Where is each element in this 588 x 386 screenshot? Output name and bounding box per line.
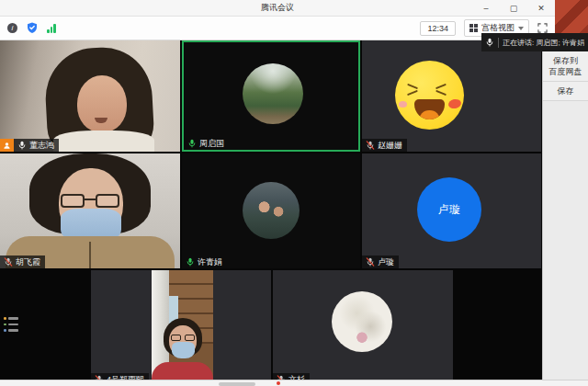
window-controls: – ▢ ✕	[480, 0, 548, 17]
host-badge-icon	[0, 139, 14, 152]
participant-name: 胡飞霞	[16, 256, 40, 268]
participant-tile-zhaoshanshan[interactable]: 赵姗姗	[362, 40, 541, 152]
participant-name: 董志鸿	[29, 140, 54, 152]
photo-avatar	[243, 63, 303, 124]
participant-label: 许青娟	[182, 255, 227, 268]
maximize-button[interactable]: ▢	[507, 0, 520, 17]
mic-muted-icon	[4, 257, 13, 267]
divider	[498, 38, 499, 48]
save-to-baidu-netdisk-button[interactable]: 保存到 百度网盘	[543, 51, 588, 82]
network-signal-icon[interactable]	[47, 23, 56, 33]
meeting-timer: 12:34	[420, 21, 456, 36]
meeting-info-icon[interactable]: i	[7, 23, 17, 33]
video-grid: 董志鸿 周启国 赵姗姗	[0, 40, 542, 386]
participant-tile-zhouqiguo[interactable]: 周启国	[182, 40, 360, 152]
photo-avatar	[243, 182, 300, 239]
participant-label: 周启国	[184, 137, 229, 150]
emoji-avatar	[395, 61, 464, 130]
meeting-toolbar: i 12:34 宫格视图	[0, 17, 555, 40]
participant-tile-hufeixia[interactable]: 胡飞霞	[0, 153, 180, 268]
minimize-button[interactable]: –	[480, 0, 492, 17]
participant-name: 卢璇	[378, 256, 394, 268]
baidu-netdisk-label: 百度网盘	[545, 66, 586, 77]
mic-speaking-icon	[187, 139, 197, 148]
mic-on-icon	[17, 141, 27, 150]
participant-label: 胡飞霞	[0, 255, 45, 268]
scrollbar-pill	[219, 382, 255, 386]
webcam-video	[0, 40, 180, 152]
save-to-label: 保存到	[545, 55, 586, 66]
participant-label: 卢璇	[362, 255, 399, 268]
participant-tile-xuqingjuan[interactable]: 许青娟	[182, 153, 360, 268]
grid-view-icon	[469, 24, 478, 32]
save-options-panel: 保存到 百度网盘 保存	[542, 51, 588, 386]
chevron-down-icon	[518, 27, 524, 30]
webcam-video	[0, 153, 180, 268]
avatar-initials: 卢璇	[438, 202, 460, 218]
participant-label: 董志鸿	[14, 139, 59, 152]
mic-speaking-icon	[186, 257, 195, 267]
sketch-avatar	[332, 291, 392, 352]
participant-name: 赵姗姗	[378, 140, 402, 152]
participant-label: 赵姗姗	[362, 139, 407, 152]
participant-tile-dongzhihong[interactable]: 董志鸿	[0, 40, 180, 152]
security-shield-icon[interactable]	[27, 22, 38, 34]
floating-list-widget[interactable]	[4, 317, 20, 339]
window-titlebar: 腾讯会议 – ▢ ✕	[0, 0, 555, 17]
desktop-screen: 腾讯会议 – ▢ ✕ i 12:34 宫格视图	[0, 0, 588, 386]
mic-muted-icon	[366, 257, 375, 267]
mic-muted-icon	[366, 141, 375, 150]
text-avatar: 卢璇	[417, 177, 481, 242]
participant-tile-zhengyuxi[interactable]: 4号郑雨熙	[91, 270, 271, 386]
active-speaker-bar: 正在讲话: 周启国; 许青娟	[481, 33, 588, 51]
red-dot-indicator	[277, 381, 280, 385]
save-button[interactable]: 保存	[543, 82, 588, 101]
window-title: 腾讯会议	[261, 2, 294, 14]
background-window-edge	[0, 380, 588, 386]
close-button[interactable]: ✕	[535, 0, 548, 17]
participant-name: 周启国	[199, 138, 224, 150]
participant-name: 许青娟	[198, 256, 222, 268]
webcam-video-portrait	[152, 270, 213, 386]
participant-tile-luxuan[interactable]: 卢璇 卢璇	[362, 153, 541, 268]
speaking-now-text: 正在讲话: 周启国; 许青娟	[503, 38, 584, 48]
fullscreen-icon[interactable]	[537, 23, 548, 33]
mic-icon	[485, 38, 494, 47]
participant-tile-wenshan[interactable]: 文杉	[273, 270, 453, 386]
